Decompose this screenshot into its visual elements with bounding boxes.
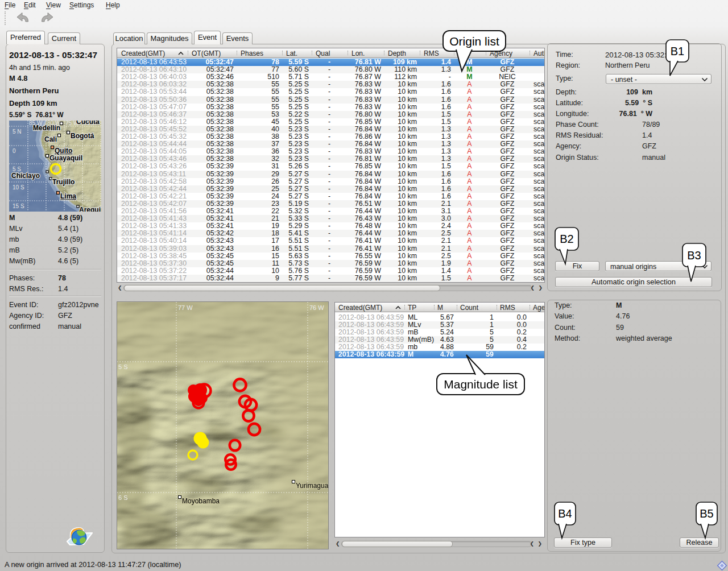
svg-text:Quito: Quito — [55, 147, 72, 155]
svg-text:0: 0 — [13, 148, 16, 154]
svg-text:B2: B2 — [560, 233, 573, 245]
svg-text:Cucuta: Cucuta — [76, 121, 100, 126]
svg-text:Arequip.: Arequip. — [79, 206, 101, 212]
svg-text:76 W: 76 W — [309, 304, 324, 311]
svg-text:B3: B3 — [687, 249, 701, 262]
svg-text:B4: B4 — [558, 507, 572, 520]
svg-text:5 S: 5 S — [118, 363, 128, 370]
svg-text:Moyobamba: Moyobamba — [182, 497, 220, 505]
svg-text:5 N: 5 N — [13, 129, 22, 135]
svg-text:B5: B5 — [700, 507, 713, 520]
svg-text:Lima: Lima — [60, 192, 76, 200]
svg-text:Chiclayo: Chiclayo — [11, 172, 40, 180]
svg-text:B1: B1 — [671, 45, 684, 57]
svg-text:15 S: 15 S — [13, 203, 24, 209]
svg-text:Trujillo: Trujillo — [52, 178, 75, 186]
svg-text:Yurimagua: Yurimagua — [296, 482, 328, 490]
svg-text:Magnitude list: Magnitude list — [444, 378, 518, 391]
svg-text:Bogotá: Bogotá — [71, 132, 94, 140]
svg-text:10 S: 10 S — [13, 184, 24, 191]
svg-text:6 S: 6 S — [118, 494, 128, 501]
svg-text:Medellín: Medellín — [33, 124, 60, 132]
svg-text:Origin list: Origin list — [449, 35, 499, 48]
svg-text:Guayaquil: Guayaquil — [49, 154, 82, 162]
svg-text:Cali: Cali — [44, 135, 57, 143]
svg-text:77 W: 77 W — [178, 304, 193, 311]
